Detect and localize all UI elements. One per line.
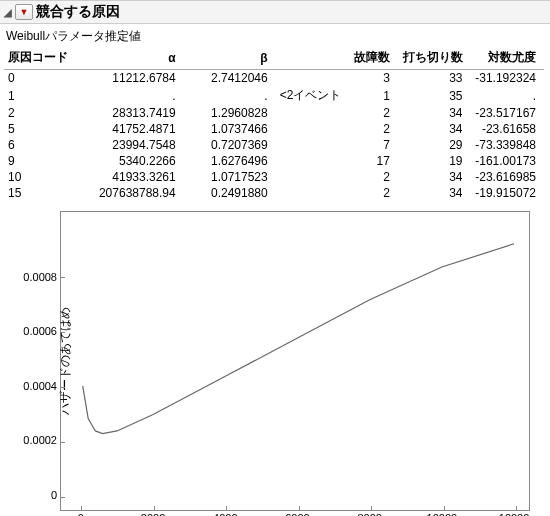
cell-fail: 1: [349, 86, 397, 105]
cell-ll: -31.192324: [471, 70, 544, 87]
x-tick-label: 2000: [141, 510, 165, 516]
x-tick-mark: [226, 506, 227, 510]
y-tick-label: 0: [51, 489, 61, 501]
x-tick-label: 6000: [285, 510, 309, 516]
table-row: 1041933.32611.0717523234-23.616985: [4, 169, 544, 185]
x-tick-label: 4000: [213, 510, 237, 516]
subtitle: Weibullパラメータ推定値: [0, 24, 550, 47]
cell-alpha: 11212.6784: [77, 70, 184, 87]
x-tick-mark: [371, 506, 372, 510]
col-note: [276, 47, 350, 70]
hazard-line: [83, 244, 514, 434]
cell-cens: 19: [398, 153, 471, 169]
cell-code: 2: [4, 105, 77, 121]
x-tick-label: 0: [78, 510, 84, 516]
cell-code: 1: [4, 86, 77, 105]
chart-svg: [61, 212, 529, 510]
x-tick-label: 12000: [499, 510, 530, 516]
col-code: 原因コード: [4, 47, 77, 70]
cell-note: [276, 153, 350, 169]
section-title: 競合する原因: [36, 3, 120, 21]
cell-ll: .: [471, 86, 544, 105]
cell-note: <2イベント: [276, 86, 350, 105]
col-alpha: α: [77, 47, 184, 70]
cell-alpha: 207638788.94: [77, 185, 184, 201]
cell-cens: 34: [398, 121, 471, 137]
table-row: 95340.22661.62764961719-161.00173: [4, 153, 544, 169]
cell-ll: -161.00173: [471, 153, 544, 169]
table-row: 15207638788.940.2491880234-19.915072: [4, 185, 544, 201]
cell-beta: 2.7412046: [184, 70, 276, 87]
x-tick-mark: [299, 506, 300, 510]
cell-fail: 2: [349, 185, 397, 201]
y-tick-label: 0.0008: [23, 271, 61, 283]
cell-beta: 0.2491880: [184, 185, 276, 201]
x-tick-mark: [81, 506, 82, 510]
hazard-chart: ハザードのあてはめ 00.00020.00040.00060.0008 0200…: [60, 211, 530, 511]
cell-fail: 17: [349, 153, 397, 169]
y-tick-mark: [61, 442, 65, 443]
x-tick-label: 8000: [357, 510, 381, 516]
table-header-row: 原因コード α β 故障数 打ち切り数 対数尤度: [4, 47, 544, 70]
cell-code: 10: [4, 169, 77, 185]
cell-ll: -73.339848: [471, 137, 544, 153]
cell-cens: 34: [398, 169, 471, 185]
cell-fail: 2: [349, 169, 397, 185]
cell-beta: 1.6276496: [184, 153, 276, 169]
col-fail: 故障数: [349, 47, 397, 70]
cell-alpha: 23994.7548: [77, 137, 184, 153]
table-row: 623994.75480.7207369729-73.339848: [4, 137, 544, 153]
cell-alpha: 41752.4871: [77, 121, 184, 137]
y-tick-mark: [61, 332, 65, 333]
cell-fail: 2: [349, 121, 397, 137]
cell-cens: 33: [398, 70, 471, 87]
cell-beta: 0.7207369: [184, 137, 276, 153]
cell-beta: 1.0737466: [184, 121, 276, 137]
weibull-table: 原因コード α β 故障数 打ち切り数 対数尤度 011212.67842.74…: [4, 47, 544, 201]
cell-beta: 1.0717523: [184, 169, 276, 185]
cell-ll: -23.517167: [471, 105, 544, 121]
y-tick-label: 0.0002: [23, 434, 61, 446]
cell-cens: 35: [398, 86, 471, 105]
cell-note: [276, 70, 350, 87]
y-tick-mark: [61, 277, 65, 278]
cell-alpha: 5340.2266: [77, 153, 184, 169]
section-header: ◢ ▼ 競合する原因: [0, 0, 550, 24]
y-tick-label: 0.0006: [23, 325, 61, 337]
y-tick-mark: [61, 497, 65, 498]
cell-code: 6: [4, 137, 77, 153]
table-row: 228313.74191.2960828234-23.517167: [4, 105, 544, 121]
cell-code: 5: [4, 121, 77, 137]
disclosure-triangle-icon[interactable]: ◢: [4, 7, 12, 18]
cell-alpha: 28313.7419: [77, 105, 184, 121]
y-tick-label: 0.0004: [23, 380, 61, 392]
col-ll: 対数尤度: [471, 47, 544, 70]
chevron-down-icon: ▼: [20, 7, 29, 17]
cell-note: [276, 185, 350, 201]
cell-note: [276, 105, 350, 121]
col-cens: 打ち切り数: [398, 47, 471, 70]
x-tick-mark: [444, 506, 445, 510]
cell-fail: 2: [349, 105, 397, 121]
cell-ll: -23.61658: [471, 121, 544, 137]
x-tick-mark: [154, 506, 155, 510]
cell-alpha: .: [77, 86, 184, 105]
table-row: 1..<2イベント135.: [4, 86, 544, 105]
x-tick-label: 10000: [427, 510, 458, 516]
cell-code: 9: [4, 153, 77, 169]
table-row: 011212.67842.7412046333-31.192324: [4, 70, 544, 87]
cell-fail: 7: [349, 137, 397, 153]
cell-fail: 3: [349, 70, 397, 87]
col-beta: β: [184, 47, 276, 70]
cell-code: 15: [4, 185, 77, 201]
cell-beta: 1.2960828: [184, 105, 276, 121]
y-tick-mark: [61, 387, 65, 388]
dropdown-button[interactable]: ▼: [15, 4, 33, 20]
cell-ll: -23.616985: [471, 169, 544, 185]
cell-alpha: 41933.3261: [77, 169, 184, 185]
cell-note: [276, 169, 350, 185]
cell-cens: 34: [398, 185, 471, 201]
cell-cens: 34: [398, 105, 471, 121]
x-tick-mark: [516, 506, 517, 510]
cell-note: [276, 137, 350, 153]
